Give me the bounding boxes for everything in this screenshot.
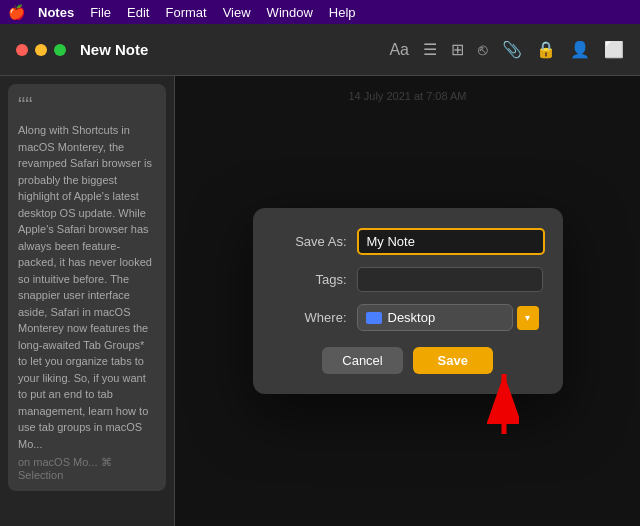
checklist-icon[interactable]: ☰ (423, 40, 437, 59)
menu-notes[interactable]: Notes (38, 5, 74, 20)
attach-icon[interactable]: 📎 (502, 40, 522, 59)
menu-file[interactable]: File (90, 5, 111, 20)
menu-format[interactable]: Format (165, 5, 206, 20)
window-title: New Note (80, 41, 389, 58)
note-selection: on macOS Mo... ⌘ Selection (18, 456, 156, 481)
save-as-label: Save As: (277, 234, 347, 249)
menu-view[interactable]: View (223, 5, 251, 20)
quote-icon: ““ (18, 94, 156, 116)
dialog-buttons: Cancel Save (277, 347, 539, 374)
save-dialog: Save As: Tags: Where: Desktop ▾ (253, 208, 563, 394)
toolbar-icons: Aa ☰ ⊞ ⎋ 📎 🔒 👤 ⬜ (389, 40, 624, 59)
note-area: 14 July 2021 at 7:08 AM Save As: Tags: W… (175, 76, 640, 526)
main-content: ““ Along with Shortcuts in macOS Montere… (0, 76, 640, 526)
person-icon[interactable]: 👤 (570, 40, 590, 59)
where-value: Desktop (388, 310, 504, 325)
apple-logo-icon[interactable]: 🍎 (8, 5, 22, 19)
cancel-button[interactable]: Cancel (322, 347, 402, 374)
table-icon[interactable]: ⊞ (451, 40, 464, 59)
where-select[interactable]: Desktop (357, 304, 513, 331)
note-card[interactable]: ““ Along with Shortcuts in macOS Montere… (8, 84, 166, 491)
share-icon[interactable]: ⎋ (478, 41, 488, 59)
save-as-row: Save As: (277, 228, 539, 255)
close-button[interactable] (16, 44, 28, 56)
menu-help[interactable]: Help (329, 5, 356, 20)
save-button[interactable]: Save (413, 347, 493, 374)
title-bar: New Note Aa ☰ ⊞ ⎋ 📎 🔒 👤 ⬜ (0, 24, 640, 76)
maximize-button[interactable] (54, 44, 66, 56)
red-arrow-indicator (449, 369, 519, 439)
tags-row: Tags: (277, 267, 539, 292)
sidebar: ““ Along with Shortcuts in macOS Montere… (0, 76, 175, 526)
note-body: Along with Shortcuts in macOS Monterey, … (18, 122, 156, 452)
desktop-folder-icon (366, 312, 382, 324)
dialog-overlay: Save As: Tags: Where: Desktop ▾ (175, 76, 640, 526)
tags-input[interactable] (357, 267, 543, 292)
where-row: Where: Desktop ▾ (277, 304, 539, 331)
menu-window[interactable]: Window (267, 5, 313, 20)
chevron-down-icon: ▾ (525, 312, 530, 323)
tags-label: Tags: (277, 272, 347, 287)
menu-edit[interactable]: Edit (127, 5, 149, 20)
traffic-lights (16, 44, 66, 56)
text-format-icon[interactable]: Aa (389, 41, 409, 59)
where-expand-button[interactable]: ▾ (517, 306, 539, 330)
sidebar-icon[interactable]: ⬜ (604, 40, 624, 59)
where-label: Where: (277, 310, 347, 325)
minimize-button[interactable] (35, 44, 47, 56)
save-as-input[interactable] (357, 228, 545, 255)
menu-bar: 🍎 Notes File Edit Format View Window Hel… (0, 0, 640, 24)
lock-icon[interactable]: 🔒 (536, 40, 556, 59)
